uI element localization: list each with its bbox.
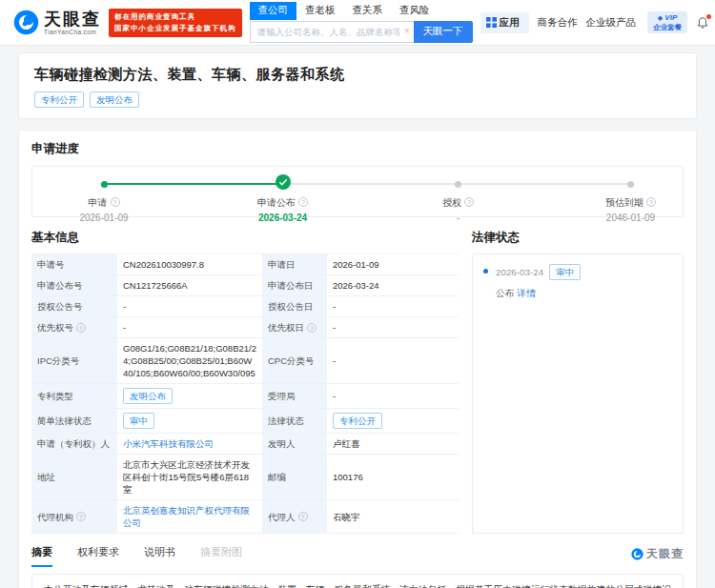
nav-enterprise-products[interactable]: 企业级产品 — [586, 16, 640, 30]
field-label: IPC分类号 — [31, 338, 117, 384]
basic-info-row: 专利类型发明公布受理局- — [31, 384, 459, 409]
step-dot-icon — [627, 181, 634, 188]
field-value: 2026-01-09 — [327, 254, 459, 275]
watermark: 天眼查 — [631, 546, 684, 567]
basic-info-section: 基本信息 申请号CN202610030997.8申请日2026-01-09申请公… — [31, 230, 459, 534]
vip-label: VIP — [664, 13, 677, 22]
field-value: 卢红喜 — [327, 434, 459, 455]
page: 天眼查 TianYanCha.com 都在用的商业查询工具 国家中小企业发展子基… — [0, 0, 715, 588]
field-value: CN121725666A — [117, 275, 262, 296]
brand-domain: TianYanCha.com — [44, 29, 101, 35]
site-header: 天眼查 TianYanCha.com 都在用的商业查询工具 国家中小企业发展子基… — [0, 0, 715, 46]
status-tag: 专利公开 — [333, 413, 382, 429]
search-tab[interactable]: 查公司 — [250, 2, 297, 20]
vip-badge[interactable]: ◆ VIP 企业套餐 — [647, 11, 687, 33]
diamond-icon: ◆ — [658, 14, 663, 21]
entity-link[interactable]: 小米汽车科技有限公司 — [123, 437, 214, 450]
detail-link[interactable]: 详情 — [517, 288, 536, 298]
info-icon: ? — [76, 512, 86, 521]
basic-info-row: 申请（专利权）人小米汽车科技有限公司发明人卢红喜 — [31, 434, 459, 455]
field-label: 申请（专利权）人 — [31, 434, 117, 455]
basic-info-table: 申请号CN202610030997.8申请日2026-01-09申请公布号CN1… — [31, 253, 459, 534]
field-value: 审中 — [117, 409, 262, 434]
search-tab[interactable]: 查风险 — [391, 2, 439, 20]
field-value: CN202610030997.8 — [117, 254, 262, 275]
page-content: 车辆碰撞检测方法、装置、车辆、服务器和系统 专利公开发明公布 申请进度 申请?2… — [0, 53, 715, 588]
slogan-line-1: 都在用的商业查询工具 — [114, 11, 236, 23]
tianyancha-logo[interactable]: 天眼查 TianYanCha.com — [13, 10, 101, 35]
field-value: 发明公布 — [117, 384, 262, 409]
step-label: 申请公布? — [221, 196, 345, 210]
step-label: 授权? — [397, 196, 521, 210]
field-label: 法律状态 — [262, 409, 327, 434]
watermark-text: 天眼查 — [646, 546, 684, 562]
field-value: - — [327, 338, 459, 384]
info-icon: ? — [298, 512, 308, 521]
nav-cooperation[interactable]: 商务合作 — [538, 16, 578, 30]
application-timeline: 申请?2026-01-09申请公布?2026-03-24授权?-预估到期?204… — [31, 166, 684, 217]
field-label: 申请号 — [31, 254, 117, 275]
field-label: CPC分类号 — [262, 338, 327, 384]
eye-logo-icon — [13, 10, 39, 35]
legal-status-date: 2026-03-24 — [496, 267, 543, 277]
field-value: - — [117, 317, 262, 338]
patent-status-tag: 发明公布 — [90, 91, 139, 108]
search-tab[interactable]: 查老板 — [296, 2, 344, 20]
field-label: 代理人? — [262, 500, 327, 534]
entity-link[interactable]: 北京英创嘉友知识产权代理有限公司 — [123, 504, 256, 529]
check-icon — [276, 174, 291, 193]
status-tag: 审中 — [123, 413, 154, 429]
field-value: 专利公开 — [327, 409, 459, 434]
notifications-bell[interactable] — [696, 16, 709, 30]
field-label: 申请日 — [262, 254, 327, 275]
tab-摘要附图: 摘要附图 — [200, 545, 242, 567]
abstract-panel: 本公开涉及车辆领域，尤其涉及一种车辆碰撞检测方法、装置、车辆、服务器和系统。该方… — [31, 574, 684, 588]
brand-name: 天眼查 — [44, 10, 101, 28]
status-tag: 发明公布 — [123, 388, 173, 404]
timeline-step: 授权?- — [397, 172, 521, 223]
step-date: - — [397, 213, 521, 223]
field-label: 授权公告日 — [262, 296, 327, 317]
basic-info-section-title: 基本信息 — [31, 230, 459, 246]
field-value: 小米汽车科技有限公司 — [117, 434, 262, 455]
info-columns: 基本信息 申请号CN202610030997.8申请日2026-01-09申请公… — [31, 230, 684, 534]
step-date: 2026-03-24 — [221, 213, 345, 223]
field-label: 申请公布号 — [31, 275, 117, 296]
clear-icon[interactable]: × — [404, 26, 410, 37]
field-label: 简单法律状态 — [31, 409, 117, 434]
status-tag: 审中 — [549, 264, 581, 280]
step-dot-icon — [455, 181, 461, 188]
search-tab[interactable]: 查关系 — [344, 2, 392, 20]
field-value: - — [327, 384, 459, 409]
timeline-step: 申请公布?2026-03-24 — [221, 172, 345, 223]
field-value: - — [117, 296, 262, 317]
field-value: 石晓宇 — [327, 500, 459, 534]
apps-label: 应用 — [500, 16, 520, 30]
patent-status-tag: 专利公开 — [34, 91, 84, 108]
field-label: 邮编 — [262, 455, 327, 500]
basic-info-row: 代理机构?北京英创嘉友知识产权代理有限公司代理人?石晓宇 — [31, 500, 459, 534]
enterprise-label: 企业级产品 — [586, 16, 637, 30]
info-icon: ? — [111, 197, 120, 207]
basic-info-row: 授权公告号-授权公告日- — [31, 296, 459, 317]
field-label: 申请公布日 — [262, 275, 327, 296]
patent-tags: 专利公开发明公布 — [34, 91, 681, 108]
slogan-badge: 都在用的商业查询工具 国家中小企业发展子基金旗下机构 — [109, 9, 242, 37]
field-label: 专利类型 — [31, 384, 117, 409]
apps-menu[interactable]: 应用 — [480, 12, 529, 33]
legal-status-entry: 2026-03-24审中公布 详情 — [483, 264, 672, 300]
tab-说明书[interactable]: 说明书 — [144, 545, 175, 567]
timeline-step: 申请?2026-01-09 — [42, 172, 166, 223]
tab-摘要[interactable]: 摘要 — [31, 545, 52, 567]
field-value: 2026-03-24 — [327, 275, 459, 296]
basic-info-row: 申请公布号CN121725666A申请公布日2026-03-24 — [31, 275, 459, 296]
tab-权利要求[interactable]: 权利要求 — [77, 545, 119, 567]
search-input[interactable] — [250, 21, 414, 43]
info-icon: ? — [646, 197, 656, 207]
step-dot-icon — [101, 181, 108, 188]
basic-info-row: 简单法律状态审中法律状态专利公开 — [31, 409, 459, 434]
search-button[interactable]: 天眼一下 — [414, 21, 473, 43]
field-value: - — [327, 296, 459, 317]
search-area: 查公司查老板查关系查风险 × 天眼一下 — [250, 0, 473, 46]
step-label: 申请? — [42, 196, 166, 210]
